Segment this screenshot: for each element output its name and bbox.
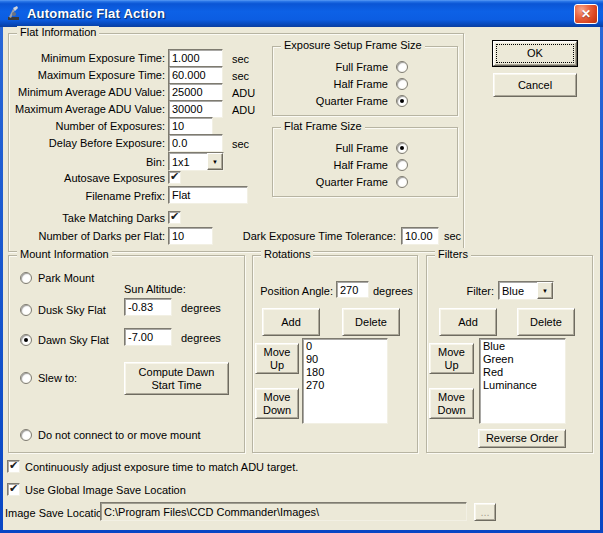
park-mount-label: Park Mount <box>38 272 94 284</box>
darks-per-flat-input[interactable] <box>168 227 213 245</box>
group-exposure-setup-title: Exposure Setup Frame Size <box>281 39 425 51</box>
save-location-input[interactable] <box>100 502 467 521</box>
global-save-label: Use Global Image Save Location <box>25 484 186 496</box>
dusk-altitude-input[interactable] <box>124 298 172 316</box>
esfs-quarter-frame-label: Quarter Frame <box>272 95 388 107</box>
max-adu-input[interactable] <box>168 100 223 118</box>
list-item[interactable]: 180 <box>303 366 387 379</box>
dark-tolerance-label: Dark Exposure Time Tolerance: <box>230 230 396 242</box>
num-exposures-input[interactable] <box>168 117 213 135</box>
list-item[interactable]: 270 <box>303 379 387 392</box>
dawn-altitude-unit: degrees <box>181 332 221 344</box>
dialog-window: Automatic Flat Action ✕ Flat Information… <box>0 0 603 533</box>
slew-to-label: Slew to: <box>38 372 77 384</box>
filters-move-up-button[interactable]: Move Up <box>429 343 474 374</box>
delay-unit: sec <box>232 138 249 150</box>
min-adu-label: Minimum Average ADU Value: <box>10 86 165 98</box>
dark-tolerance-input[interactable] <box>401 227 439 245</box>
matching-darks-label: Take Matching Darks <box>10 212 165 224</box>
ffs-full-frame-radio[interactable] <box>396 142 408 154</box>
window-title: Automatic Flat Action <box>27 6 165 21</box>
num-exposures-label: Number of Exposures: <box>10 120 165 132</box>
esfs-full-frame-label: Full Frame <box>272 61 388 73</box>
ffs-quarter-frame-radio[interactable] <box>396 176 408 188</box>
esfs-half-frame-radio[interactable] <box>396 78 408 90</box>
adjust-exposure-checkbox[interactable] <box>7 460 20 473</box>
no-mount-radio[interactable] <box>20 429 32 441</box>
title-bar[interactable]: Automatic Flat Action ✕ <box>0 0 603 27</box>
group-flat-information-title: Flat Information <box>17 26 99 38</box>
list-item[interactable]: Red <box>480 366 565 379</box>
delay-label: Delay Before Exposure: <box>10 137 165 149</box>
list-item[interactable]: 90 <box>303 353 387 366</box>
chevron-down-icon[interactable]: ▼ <box>207 153 223 170</box>
matching-darks-checkbox[interactable] <box>168 211 181 224</box>
park-mount-radio[interactable] <box>20 272 32 284</box>
delay-input[interactable] <box>168 134 223 152</box>
max-adu-label: Maximum Average ADU Value: <box>10 103 165 115</box>
adjust-exposure-label: Continuously adjust exposure time to mat… <box>25 461 298 473</box>
dusk-sky-flat-radio[interactable] <box>20 304 32 316</box>
position-angle-unit: degrees <box>373 285 413 297</box>
group-flat-frame-title: Flat Frame Size <box>281 120 365 132</box>
dawn-sky-flat-radio[interactable] <box>20 334 32 346</box>
filename-prefix-input[interactable] <box>168 186 248 204</box>
autosave-checkbox[interactable] <box>168 171 181 184</box>
rotations-add-button[interactable]: Add <box>262 308 320 336</box>
esfs-quarter-frame-radio[interactable] <box>396 95 408 107</box>
group-mount-title: Mount Information <box>17 248 112 260</box>
min-exposure-label: Minimum Exposure Time: <box>10 52 165 64</box>
esfs-half-frame-label: Half Frame <box>272 78 388 90</box>
dawn-sky-flat-label: Dawn Sky Flat <box>38 334 109 346</box>
darks-per-flat-label: Number of Darks per Flat: <box>10 230 165 242</box>
group-filters-title: Filters <box>435 248 471 260</box>
list-item[interactable]: Green <box>480 353 565 366</box>
esfs-full-frame-radio[interactable] <box>396 61 408 73</box>
list-item[interactable]: Luminance <box>480 379 565 392</box>
rotations-listbox[interactable]: 090180270 <box>302 338 388 424</box>
filters-delete-button[interactable]: Delete <box>517 308 575 336</box>
close-glyph: ✕ <box>581 7 591 21</box>
rotations-delete-button[interactable]: Delete <box>342 308 400 336</box>
rotations-move-down-button[interactable]: Move Down <box>255 388 299 419</box>
filters-move-down-button[interactable]: Move Down <box>429 388 474 419</box>
reverse-order-button[interactable]: Reverse Order <box>478 429 566 448</box>
bin-dropdown[interactable]: 1x1 ▼ <box>168 152 224 171</box>
ffs-half-frame-radio[interactable] <box>396 159 408 171</box>
sun-altitude-label: Sun Altitude: <box>124 283 186 295</box>
cancel-button[interactable]: Cancel <box>493 73 577 97</box>
max-exposure-unit: sec <box>232 70 249 82</box>
max-exposure-input[interactable] <box>168 66 223 84</box>
app-icon <box>5 5 22 22</box>
ellipsis-icon: ... <box>480 506 489 519</box>
list-item[interactable]: Blue <box>480 340 565 353</box>
ok-button[interactable]: OK <box>493 41 577 66</box>
filter-label: Filter: <box>440 285 494 297</box>
compute-dawn-button[interactable]: Compute Dawn Start Time <box>124 362 229 395</box>
min-exposure-unit: sec <box>232 53 249 65</box>
rotations-move-up-button[interactable]: Move Up <box>255 343 299 374</box>
browse-button[interactable]: ... <box>474 503 496 521</box>
dusk-sky-flat-label: Dusk Sky Flat <box>38 304 106 316</box>
filter-value: Blue <box>499 285 537 297</box>
position-angle-label: Position Angle: <box>258 285 333 297</box>
dawn-altitude-input[interactable] <box>124 328 172 346</box>
min-adu-input[interactable] <box>168 83 223 101</box>
dusk-altitude-unit: degrees <box>181 302 221 314</box>
min-exposure-input[interactable] <box>168 49 223 67</box>
filters-listbox[interactable]: BlueGreenRedLuminance <box>479 338 566 424</box>
chevron-down-icon[interactable]: ▼ <box>537 282 553 299</box>
filters-add-button[interactable]: Add <box>439 308 497 336</box>
position-angle-input[interactable] <box>336 281 369 298</box>
group-rotations-title: Rotations <box>261 248 313 260</box>
save-location-label: Image Save Location: <box>5 507 111 519</box>
list-item[interactable]: 0 <box>303 340 387 353</box>
ffs-quarter-frame-label: Quarter Frame <box>272 176 388 188</box>
slew-to-radio[interactable] <box>20 372 32 384</box>
bin-value: 1x1 <box>169 156 207 168</box>
filter-dropdown[interactable]: Blue ▼ <box>498 281 554 300</box>
global-save-checkbox[interactable] <box>7 483 20 496</box>
close-icon[interactable]: ✕ <box>574 4 598 24</box>
bin-label: Bin: <box>10 156 165 168</box>
no-mount-label: Do not connect to or move mount <box>38 429 201 441</box>
